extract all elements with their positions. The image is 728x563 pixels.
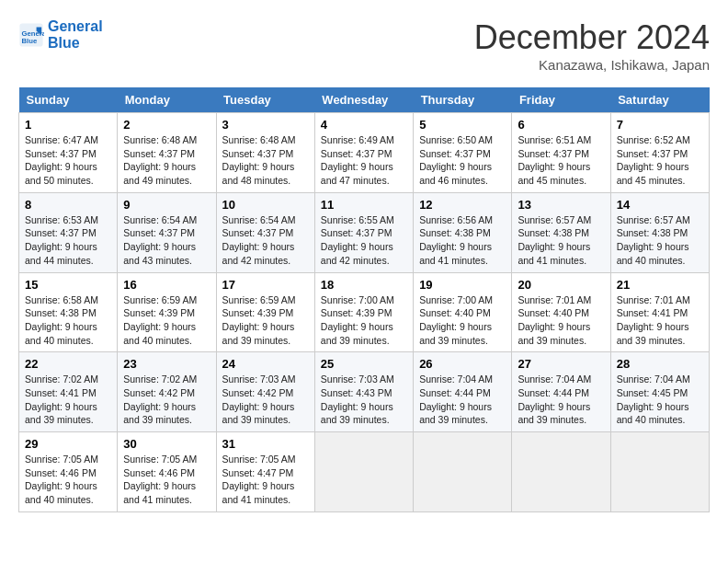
cell-info: Sunrise: 7:05 AMSunset: 4:46 PMDaylight:… [123, 454, 197, 505]
day-number: 22 [25, 357, 111, 371]
day-number: 7 [617, 118, 703, 132]
cell-info: Sunrise: 6:48 AMSunset: 4:37 PMDaylight:… [222, 134, 296, 186]
calendar-cell: 8Sunrise: 6:53 AMSunset: 4:37 PMDaylight… [19, 192, 118, 272]
day-number: 28 [617, 357, 703, 371]
cell-info: Sunrise: 7:05 AMSunset: 4:47 PMDaylight:… [222, 454, 296, 505]
cell-info: Sunrise: 7:00 AMSunset: 4:39 PMDaylight:… [321, 294, 394, 346]
day-number: 24 [222, 357, 309, 371]
location: Kanazawa, Ishikawa, Japan [474, 57, 710, 73]
week-row-5: 29Sunrise: 7:05 AMSunset: 4:46 PMDayligh… [19, 432, 710, 512]
calendar-cell: 2Sunrise: 6:48 AMSunset: 4:37 PMDaylight… [118, 113, 216, 193]
title-block: December 2024 Kanazawa, Ishikawa, Japan [474, 18, 710, 73]
cell-info: Sunrise: 7:02 AMSunset: 4:42 PMDaylight:… [123, 373, 197, 425]
day-number: 15 [25, 278, 111, 292]
calendar-cell: 26Sunrise: 7:04 AMSunset: 4:44 PMDayligh… [414, 352, 512, 432]
header-wednesday: Wednesday [314, 87, 413, 113]
cell-info: Sunrise: 6:50 AMSunset: 4:37 PMDaylight:… [419, 134, 493, 186]
calendar-cell: 7Sunrise: 6:52 AMSunset: 4:37 PMDaylight… [610, 113, 709, 193]
day-number: 8 [25, 198, 111, 212]
cell-info: Sunrise: 6:54 AMSunset: 4:37 PMDaylight:… [222, 214, 296, 266]
week-row-3: 15Sunrise: 6:58 AMSunset: 4:38 PMDayligh… [19, 272, 710, 352]
day-number: 11 [321, 198, 407, 212]
cell-info: Sunrise: 6:47 AMSunset: 4:37 PMDaylight:… [25, 134, 98, 186]
cell-info: Sunrise: 6:58 AMSunset: 4:38 PMDaylight:… [25, 294, 98, 346]
day-number: 17 [222, 278, 309, 292]
calendar-cell: 22Sunrise: 7:02 AMSunset: 4:41 PMDayligh… [19, 352, 118, 432]
logo: General Blue General Blue [18, 18, 103, 51]
header-monday: Monday [118, 87, 216, 113]
month-title: December 2024 [474, 18, 710, 57]
day-number: 5 [419, 118, 506, 132]
day-number: 29 [25, 437, 111, 451]
calendar-cell: 30Sunrise: 7:05 AMSunset: 4:46 PMDayligh… [118, 432, 216, 512]
logo-icon: General Blue [18, 22, 44, 48]
day-number: 12 [419, 198, 506, 212]
calendar-cell [512, 432, 610, 512]
calendar-cell: 23Sunrise: 7:02 AMSunset: 4:42 PMDayligh… [118, 352, 216, 432]
header-thursday: Thursday [414, 87, 512, 113]
calendar-cell: 11Sunrise: 6:55 AMSunset: 4:37 PMDayligh… [314, 192, 413, 272]
day-number: 30 [123, 437, 210, 451]
cell-info: Sunrise: 6:57 AMSunset: 4:38 PMDaylight:… [518, 214, 591, 266]
cell-info: Sunrise: 6:59 AMSunset: 4:39 PMDaylight:… [222, 294, 296, 346]
cell-info: Sunrise: 6:55 AMSunset: 4:37 PMDaylight:… [321, 214, 394, 266]
day-number: 25 [321, 357, 407, 371]
day-number: 18 [321, 278, 407, 292]
svg-text:Blue: Blue [22, 37, 38, 45]
cell-info: Sunrise: 6:56 AMSunset: 4:38 PMDaylight:… [419, 214, 493, 266]
cell-info: Sunrise: 6:49 AMSunset: 4:37 PMDaylight:… [321, 134, 394, 186]
calendar-cell: 18Sunrise: 7:00 AMSunset: 4:39 PMDayligh… [314, 272, 413, 352]
calendar-cell: 5Sunrise: 6:50 AMSunset: 4:37 PMDaylight… [414, 113, 512, 193]
day-number: 26 [419, 357, 506, 371]
calendar-cell: 15Sunrise: 6:58 AMSunset: 4:38 PMDayligh… [19, 272, 118, 352]
logo-line1: General [48, 18, 103, 35]
cell-info: Sunrise: 6:57 AMSunset: 4:38 PMDaylight:… [617, 214, 690, 266]
cell-info: Sunrise: 7:03 AMSunset: 4:42 PMDaylight:… [222, 373, 296, 425]
calendar-cell: 29Sunrise: 7:05 AMSunset: 4:46 PMDayligh… [19, 432, 118, 512]
cell-info: Sunrise: 6:51 AMSunset: 4:37 PMDaylight:… [518, 134, 591, 186]
logo-line2: Blue [48, 35, 103, 52]
cell-info: Sunrise: 7:01 AMSunset: 4:40 PMDaylight:… [518, 294, 591, 346]
cell-info: Sunrise: 6:48 AMSunset: 4:37 PMDaylight:… [123, 134, 197, 186]
cell-info: Sunrise: 7:04 AMSunset: 4:44 PMDaylight:… [419, 373, 493, 425]
day-number: 16 [123, 278, 210, 292]
calendar-cell: 3Sunrise: 6:48 AMSunset: 4:37 PMDaylight… [216, 113, 314, 193]
day-number: 4 [321, 118, 407, 132]
calendar-cell [314, 432, 413, 512]
day-number: 21 [617, 278, 703, 292]
header-saturday: Saturday [610, 87, 709, 113]
header-friday: Friday [512, 87, 610, 113]
cell-info: Sunrise: 7:05 AMSunset: 4:46 PMDaylight:… [25, 454, 98, 505]
calendar-cell: 24Sunrise: 7:03 AMSunset: 4:42 PMDayligh… [216, 352, 314, 432]
calendar-cell: 9Sunrise: 6:54 AMSunset: 4:37 PMDaylight… [118, 192, 216, 272]
calendar-cell: 6Sunrise: 6:51 AMSunset: 4:37 PMDaylight… [512, 113, 610, 193]
calendar-cell: 12Sunrise: 6:56 AMSunset: 4:38 PMDayligh… [414, 192, 512, 272]
cell-info: Sunrise: 7:02 AMSunset: 4:41 PMDaylight:… [25, 373, 98, 425]
cell-info: Sunrise: 7:04 AMSunset: 4:44 PMDaylight:… [518, 373, 591, 425]
week-row-2: 8Sunrise: 6:53 AMSunset: 4:37 PMDaylight… [19, 192, 710, 272]
day-number: 3 [222, 118, 309, 132]
calendar-cell: 13Sunrise: 6:57 AMSunset: 4:38 PMDayligh… [512, 192, 610, 272]
day-number: 19 [419, 278, 506, 292]
header-tuesday: Tuesday [216, 87, 314, 113]
week-row-1: 1Sunrise: 6:47 AMSunset: 4:37 PMDaylight… [19, 113, 710, 193]
cell-info: Sunrise: 7:04 AMSunset: 4:45 PMDaylight:… [617, 373, 690, 425]
calendar-cell: 28Sunrise: 7:04 AMSunset: 4:45 PMDayligh… [610, 352, 709, 432]
day-number: 23 [123, 357, 210, 371]
cell-info: Sunrise: 7:03 AMSunset: 4:43 PMDaylight:… [321, 373, 394, 425]
calendar-cell: 17Sunrise: 6:59 AMSunset: 4:39 PMDayligh… [216, 272, 314, 352]
calendar-cell: 4Sunrise: 6:49 AMSunset: 4:37 PMDaylight… [314, 113, 413, 193]
cell-info: Sunrise: 7:01 AMSunset: 4:41 PMDaylight:… [617, 294, 690, 346]
cell-info: Sunrise: 6:54 AMSunset: 4:37 PMDaylight:… [123, 214, 197, 266]
calendar-cell: 27Sunrise: 7:04 AMSunset: 4:44 PMDayligh… [512, 352, 610, 432]
cell-info: Sunrise: 6:53 AMSunset: 4:37 PMDaylight:… [25, 214, 98, 266]
day-number: 2 [123, 118, 210, 132]
page-header: General Blue General Blue December 2024 … [18, 18, 710, 73]
calendar-cell: 19Sunrise: 7:00 AMSunset: 4:40 PMDayligh… [414, 272, 512, 352]
calendar-table: Sunday Monday Tuesday Wednesday Thursday… [18, 87, 710, 512]
week-row-4: 22Sunrise: 7:02 AMSunset: 4:41 PMDayligh… [19, 352, 710, 432]
calendar-cell [610, 432, 709, 512]
day-number: 31 [222, 437, 309, 451]
calendar-cell: 10Sunrise: 6:54 AMSunset: 4:37 PMDayligh… [216, 192, 314, 272]
calendar-cell: 1Sunrise: 6:47 AMSunset: 4:37 PMDaylight… [19, 113, 118, 193]
